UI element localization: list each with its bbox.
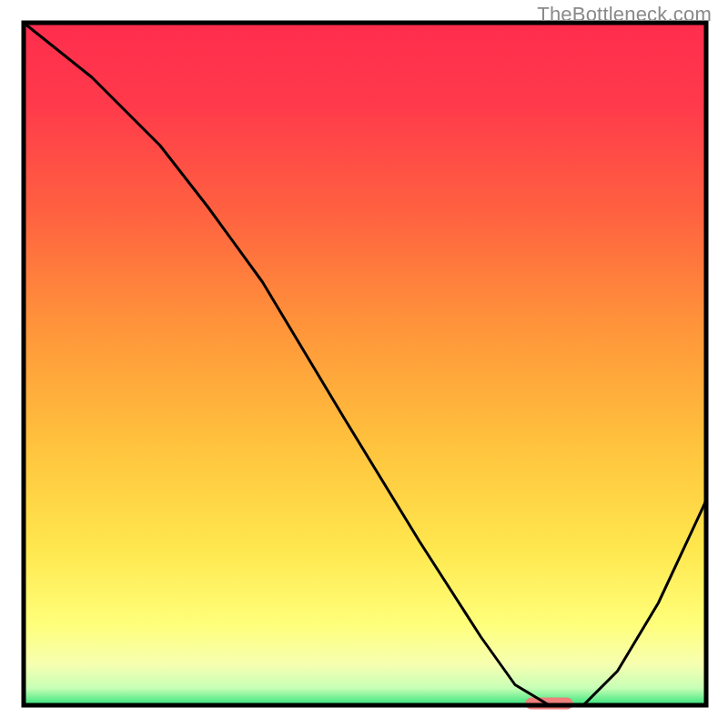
watermark-text: TheBottleneck.com (537, 3, 712, 26)
chart-canvas: TheBottleneck.com (0, 0, 728, 728)
gradient-background (24, 23, 706, 705)
bottleneck-chart (0, 0, 728, 728)
